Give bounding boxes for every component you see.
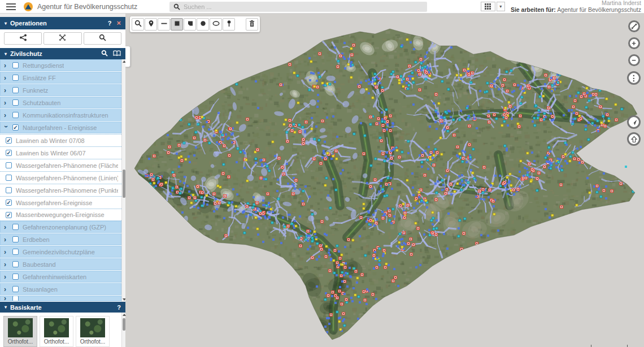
polygon-tool-button[interactable] (184, 18, 196, 31)
close-icon[interactable]: × (116, 20, 121, 26)
chevron-right-icon[interactable]: › (4, 112, 8, 118)
arrow-up-icon (630, 136, 638, 143)
basemap-scrollbar[interactable] (121, 313, 125, 347)
rectangle-tool-button[interactable] (171, 18, 183, 31)
layer-checkbox[interactable]: ✓ (6, 212, 12, 218)
layer-checkbox[interactable] (12, 224, 19, 230)
ellipse-tool-button[interactable] (210, 18, 222, 31)
help-icon[interactable]: ? (108, 20, 112, 27)
move-tool-button[interactable] (43, 32, 81, 45)
scrollbar-thumb[interactable] (123, 170, 125, 198)
chevron-right-icon[interactable]: › (4, 274, 8, 280)
global-search-input[interactable]: Suchen ... (169, 2, 427, 12)
layer-checkbox[interactable] (12, 87, 19, 93)
chevron-right-icon[interactable]: › (4, 296, 8, 301)
delete-tool-button[interactable] (246, 18, 258, 31)
layer-child-row[interactable]: ✓Wassergefahren-Ereignisse (0, 196, 121, 209)
layer-child-row[interactable]: ✓Lawinen bis Winter 06/07 (0, 146, 121, 159)
measure-control-button[interactable] (628, 20, 640, 32)
polygon-icon (186, 19, 194, 29)
basemap-thumbnail (80, 318, 105, 337)
layer-checkbox[interactable] (6, 187, 12, 193)
locate-control-button[interactable] (627, 115, 641, 129)
layer-checkbox[interactable] (12, 286, 19, 292)
chevron-right-icon[interactable]: › (4, 75, 8, 81)
layer-group-row[interactable]: ›Gefahrenzonenplanung (GZP) (0, 221, 121, 233)
layer-checkbox[interactable] (6, 162, 12, 168)
basemap-card[interactable]: Orthofot... (76, 316, 110, 347)
share-icon (19, 33, 27, 44)
layer-checkbox[interactable] (12, 112, 19, 118)
scroll-up-icon[interactable] (123, 314, 126, 316)
layer-child-row[interactable]: ✓Lawinen ab Winter 07/08 (0, 134, 121, 146)
chevron-right-icon[interactable]: › (4, 287, 8, 292)
layer-group-row[interactable]: ›Gemeindezivilschutzpläne (0, 246, 121, 258)
layer-checkbox[interactable]: ✓ (6, 150, 12, 156)
zoom-tool-button[interactable] (132, 18, 144, 31)
layer-checkbox[interactable]: ✓ (12, 124, 19, 131)
chevron-right-icon[interactable]: › (4, 249, 8, 255)
zoom-in-control-button[interactable]: + (628, 37, 640, 49)
layer-group-row[interactable]: ›Funknetz (0, 84, 121, 96)
layer-child-row[interactable]: ✓Massenbewegungen-Ereignisse (0, 209, 121, 221)
point-tool-button[interactable] (145, 18, 157, 31)
basemap-panel-header[interactable]: ▾ Basiskarte ? (0, 302, 125, 313)
layer-group-row[interactable]: › (0, 296, 121, 301)
layer-checkbox[interactable] (12, 99, 19, 106)
layer-checkbox[interactable]: ✓ (6, 199, 12, 206)
layer-group-row[interactable]: ›Einsätze FF (0, 72, 121, 84)
layer-group-row[interactable]: ›Kommunikationsinfrastrukturen (0, 109, 121, 121)
layer-group-row[interactable]: ›Schutzbauten (0, 97, 121, 109)
chevron-right-icon[interactable]: › (4, 100, 8, 106)
operations-panel-header[interactable]: ▾ Operationen ? × (0, 17, 125, 29)
layer-checkbox[interactable] (12, 75, 19, 81)
layer-checkbox[interactable] (12, 296, 19, 301)
layer-checkbox[interactable] (12, 274, 19, 280)
chevron-down-icon[interactable]: › (3, 125, 9, 130)
share-tool-button[interactable] (4, 32, 42, 45)
layer-group-row[interactable]: ›Stauanlagen (0, 283, 121, 295)
layer-group-row[interactable]: ›✓Naturgefahren - Ereignisse (0, 122, 121, 133)
more-control-button[interactable]: ⋮ (627, 71, 641, 85)
layer-group-row[interactable]: ›Baubestand (0, 258, 121, 270)
layer-checkbox[interactable] (12, 249, 19, 255)
layer-group-row[interactable]: ›Erdbeben (0, 233, 121, 245)
zoom-out-control-button[interactable]: − (628, 54, 640, 66)
legend-book-icon[interactable] (113, 50, 121, 58)
search-tool-button[interactable] (84, 32, 121, 45)
layer-group-row[interactable]: ›Gefahrenhinweiskarten (0, 271, 121, 283)
layer-checkbox[interactable] (12, 261, 19, 267)
layer-child-row[interactable]: Wassergefahren-Phänomene (Linien) (0, 171, 121, 184)
circle-tool-button[interactable] (197, 18, 209, 31)
basemap-card[interactable]: Orthofot... (40, 316, 73, 347)
chevron-right-icon[interactable]: › (4, 88, 8, 93)
map-canvas[interactable] (125, 14, 644, 347)
layer-list-scrollbar[interactable] (121, 59, 125, 302)
grid-apps-button[interactable] (481, 2, 495, 11)
basemap-card[interactable]: Orthofot... (3, 316, 37, 347)
sidebar-collapse-handle[interactable] (125, 46, 130, 67)
chevron-right-icon[interactable]: › (4, 63, 8, 68)
layer-checkbox[interactable] (12, 236, 19, 242)
layer-child-row[interactable]: Wassergefahren-Phänomene (Punkte) (0, 184, 121, 196)
line-tool-button[interactable] (158, 18, 170, 31)
chevron-right-icon[interactable]: › (4, 224, 8, 230)
search-icon[interactable] (101, 50, 108, 58)
hamburger-menu-icon[interactable] (0, 0, 21, 14)
layer-child-row[interactable]: Wassergefahren-Phänomene (Flächen) (0, 159, 121, 171)
layer-checkbox[interactable] (6, 175, 12, 181)
chevron-right-icon[interactable]: › (4, 262, 8, 267)
layer-group-row[interactable]: ›Rettungsdienst (0, 59, 121, 71)
layer-checkbox[interactable]: ✓ (6, 137, 12, 144)
pin-tool-button[interactable] (223, 18, 235, 31)
layer-checkbox[interactable] (12, 62, 19, 68)
layers-panel-header[interactable]: ▾ Zivilschutz (0, 48, 125, 59)
scroll-down-icon[interactable] (123, 298, 125, 301)
help-icon[interactable]: ? (117, 304, 121, 311)
dots-icon: ⋮ (630, 73, 638, 83)
app-switcher-caret-button[interactable]: ▾ (497, 2, 505, 11)
chevron-right-icon[interactable]: › (4, 237, 8, 242)
scrollbar-thumb[interactable] (123, 318, 125, 331)
map-area[interactable]: +−⋮ (125, 14, 644, 347)
north-control-button[interactable] (627, 132, 641, 146)
